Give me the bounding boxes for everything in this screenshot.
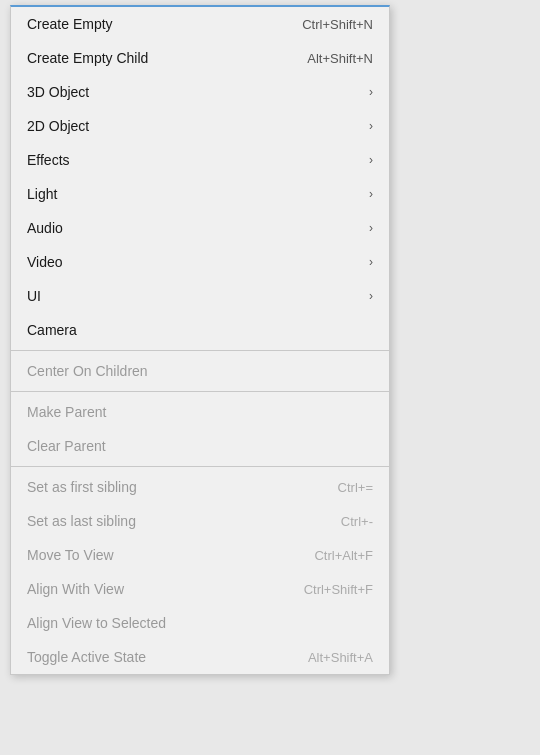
menu-item-label-effects: Effects [27, 152, 70, 168]
menu-item-audio[interactable]: Audio› [11, 211, 389, 245]
menu-item-label-set-first-sibling: Set as first sibling [27, 479, 137, 495]
menu-item-shortcut-move-to-view: Ctrl+Alt+F [314, 548, 373, 563]
menu-item-shortcut-align-with-view: Ctrl+Shift+F [304, 582, 373, 597]
menu-item-camera[interactable]: Camera [11, 313, 389, 347]
submenu-arrow-video: › [369, 255, 373, 269]
menu-item-label-align-view-to-selected: Align View to Selected [27, 615, 166, 631]
submenu-arrow-audio: › [369, 221, 373, 235]
menu-item-label-camera: Camera [27, 322, 77, 338]
menu-item-toggle-active-state: Toggle Active StateAlt+Shift+A [11, 640, 389, 674]
menu-item-label-2d-object: 2D Object [27, 118, 89, 134]
menu-item-label-3d-object: 3D Object [27, 84, 89, 100]
menu-item-align-view-to-selected: Align View to Selected [11, 606, 389, 640]
menu-item-label-ui: UI [27, 288, 41, 304]
menu-item-label-move-to-view: Move To View [27, 547, 114, 563]
menu-item-shortcut-create-empty: Ctrl+Shift+N [302, 17, 373, 32]
separator-sep2 [11, 391, 389, 392]
menu-item-move-to-view: Move To ViewCtrl+Alt+F [11, 538, 389, 572]
menu-item-center-on-children: Center On Children [11, 354, 389, 388]
menu-item-set-first-sibling: Set as first siblingCtrl+= [11, 470, 389, 504]
menu-item-label-set-last-sibling: Set as last sibling [27, 513, 136, 529]
menu-item-create-empty[interactable]: Create EmptyCtrl+Shift+N [11, 7, 389, 41]
menu-item-video[interactable]: Video› [11, 245, 389, 279]
menu-item-set-last-sibling: Set as last siblingCtrl+- [11, 504, 389, 538]
menu-item-label-create-empty: Create Empty [27, 16, 113, 32]
menu-item-label-toggle-active-state: Toggle Active State [27, 649, 146, 665]
submenu-arrow-2d-object: › [369, 119, 373, 133]
menu-item-3d-object[interactable]: 3D Object› [11, 75, 389, 109]
separator-sep3 [11, 466, 389, 467]
submenu-arrow-ui: › [369, 289, 373, 303]
menu-item-label-clear-parent: Clear Parent [27, 438, 106, 454]
menu-item-make-parent: Make Parent [11, 395, 389, 429]
menu-item-effects[interactable]: Effects› [11, 143, 389, 177]
menu-item-light[interactable]: Light› [11, 177, 389, 211]
submenu-arrow-light: › [369, 187, 373, 201]
menu-item-create-empty-child[interactable]: Create Empty ChildAlt+Shift+N [11, 41, 389, 75]
menu-item-shortcut-create-empty-child: Alt+Shift+N [307, 51, 373, 66]
menu-item-label-center-on-children: Center On Children [27, 363, 148, 379]
menu-item-ui[interactable]: UI› [11, 279, 389, 313]
menu-item-shortcut-toggle-active-state: Alt+Shift+A [308, 650, 373, 665]
menu-item-label-video: Video [27, 254, 63, 270]
menu-item-label-make-parent: Make Parent [27, 404, 106, 420]
menu-item-2d-object[interactable]: 2D Object› [11, 109, 389, 143]
separator-sep1 [11, 350, 389, 351]
menu-item-align-with-view: Align With ViewCtrl+Shift+F [11, 572, 389, 606]
menu-item-shortcut-set-first-sibling: Ctrl+= [338, 480, 373, 495]
menu-item-clear-parent: Clear Parent [11, 429, 389, 463]
menu-item-label-light: Light [27, 186, 57, 202]
menu-item-label-audio: Audio [27, 220, 63, 236]
submenu-arrow-effects: › [369, 153, 373, 167]
menu-item-label-create-empty-child: Create Empty Child [27, 50, 148, 66]
submenu-arrow-3d-object: › [369, 85, 373, 99]
menu-item-shortcut-set-last-sibling: Ctrl+- [341, 514, 373, 529]
context-menu: Create EmptyCtrl+Shift+NCreate Empty Chi… [10, 5, 390, 675]
menu-item-label-align-with-view: Align With View [27, 581, 124, 597]
